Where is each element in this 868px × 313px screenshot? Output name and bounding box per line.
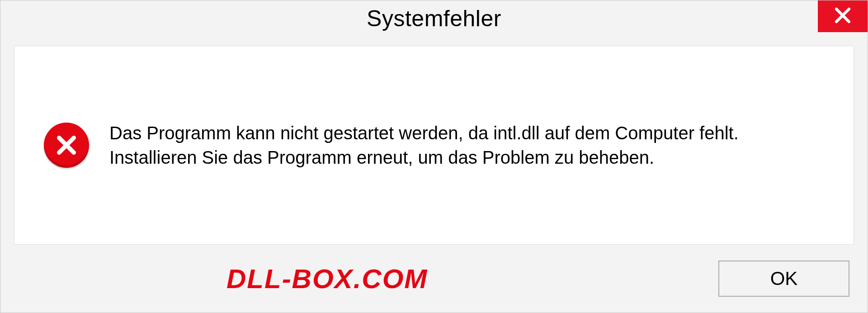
error-dialog: Systemfehler Das Programm kann nicht ges… xyxy=(0,0,868,313)
title-bar: Systemfehler xyxy=(0,0,868,37)
ok-button[interactable]: OK xyxy=(718,261,849,297)
watermark-text: DLL-BOX.COM xyxy=(226,263,428,294)
error-message: Das Programm kann nicht gestartet werden… xyxy=(109,121,797,170)
close-button[interactable] xyxy=(818,0,868,32)
footer-bar: DLL-BOX.COM OK xyxy=(0,245,868,313)
close-icon xyxy=(833,6,852,27)
dialog-title: Systemfehler xyxy=(367,5,501,32)
content-panel: Das Programm kann nicht gestartet werden… xyxy=(14,46,854,245)
error-icon xyxy=(42,120,91,170)
